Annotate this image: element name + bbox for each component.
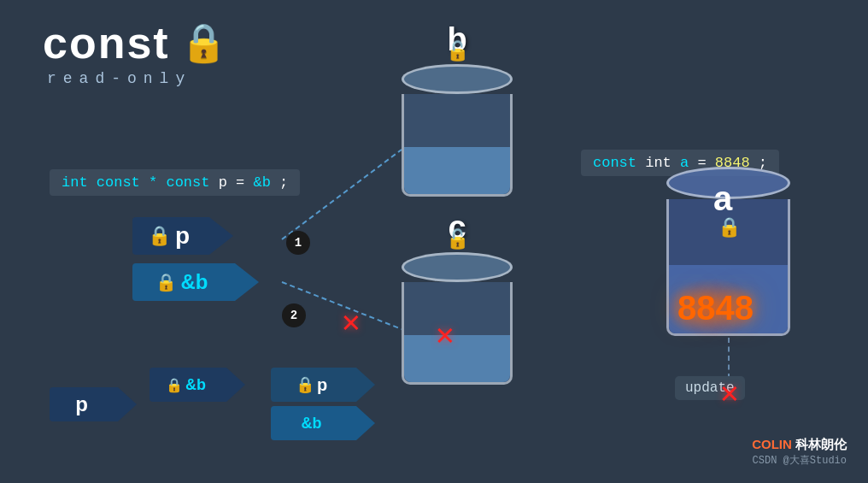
cylinder-b-fill (404, 147, 510, 194)
watermark-brand: COLIN 科林朗伦 (752, 437, 847, 453)
code-const1: const (97, 174, 149, 191)
code-const-right: const (593, 155, 645, 171)
bottom-arrow-addr-lock-label: &b (297, 415, 331, 433)
code-int: int (62, 174, 88, 191)
watermark: COLIN 科林朗伦 CSDN @大喜Studio (752, 437, 847, 468)
arrow-p-shape: 🔒 p (132, 217, 233, 255)
bottom-arrow-p-head (118, 387, 137, 421)
bottom-arrow-addr-group: 🔒&b (150, 368, 245, 440)
bottom-arrow-p-lock-body: 🔒p (271, 368, 356, 402)
bottom-arrow-addr-plain-head (226, 368, 245, 402)
bottom-arrow-p-lock-group: 🔒p &b (271, 368, 375, 440)
arrow-addr: 🔒 &b (132, 263, 259, 301)
svg-line-0 (282, 150, 402, 239)
cylinder-c-top (402, 252, 513, 282)
cylinder-c-fill (404, 335, 510, 382)
bottom-arrow-addr-lock: &b (271, 406, 375, 440)
arrow-p-head (209, 217, 233, 255)
page-title: const 🔒 (43, 17, 229, 68)
code-addr-b: &b (253, 174, 270, 191)
cylinder-a-label: a (713, 180, 732, 218)
code-star-const: * (149, 174, 166, 191)
arrow-addr-head (235, 263, 259, 301)
value-8848: 8848 (677, 289, 754, 327)
watermark-brand-colored: COLIN (752, 437, 795, 451)
code-const2: const (166, 174, 218, 191)
read-only-label: read-only (47, 70, 191, 87)
cylinder-c-lock: 🔓 (446, 228, 469, 251)
code-p: p (219, 174, 236, 191)
arrow-addr-label: 🔒 &b (151, 270, 217, 294)
cylinder-a-lock: 🔒 (718, 216, 741, 239)
bottom-arrow-p-lock: 🔒p (271, 368, 375, 402)
cylinder-c-body (402, 282, 513, 385)
bottom-arrow-p-label: p (71, 392, 97, 416)
number-1: 1 (286, 231, 310, 255)
arrow-p-label: 🔒 p (144, 222, 198, 250)
bottom-arrows: p 🔒&b 🔒p &b (50, 368, 375, 440)
arrow-addr-body: 🔒 &b (132, 263, 235, 301)
arrow-p-body: 🔒 p (132, 217, 209, 255)
lock-icon-title: 🔒 (180, 21, 229, 65)
code-box-main: int const * const p = &b ; (50, 169, 300, 196)
bottom-arrow-p-lock-head (356, 368, 375, 402)
bottom-arrow-addr-plain-label: 🔒&b (161, 376, 214, 394)
number-2: 2 (282, 303, 306, 327)
arrow-addr-shape: 🔒 &b (132, 263, 259, 301)
x-mark-update: ✕ (720, 374, 739, 412)
cylinder-b-lock: 🔓 (446, 40, 469, 63)
x-mark-cylinder-c: ✕ (436, 316, 455, 354)
bottom-arrow-addr-lock-head (356, 406, 375, 440)
watermark-brand-suffix: 科林朗伦 (795, 437, 847, 451)
bottom-arrow-addr-plain: 🔒&b (150, 368, 245, 402)
bottom-arrow-addr-lock-body: &b (271, 406, 356, 440)
cylinder-b: b 🔓 (402, 64, 513, 197)
cylinder-c: c 🔓 (402, 252, 513, 385)
bottom-arrow-p-body: p (50, 387, 118, 421)
cylinder-b-top (402, 64, 513, 94)
bottom-arrow-p: p (50, 368, 137, 440)
code-eq: = (236, 174, 253, 191)
bottom-arrow-addr-plain-body: 🔒&b (150, 368, 226, 402)
watermark-csdn: CSDN @大喜Studio (752, 453, 847, 468)
x-mark-arrow: ✕ (342, 303, 361, 341)
arrow-p: 🔒 p (132, 217, 233, 255)
cylinder-b-body (402, 94, 513, 197)
bottom-arrow-p-lock-label: 🔒p (291, 375, 336, 395)
vertical-connector (728, 338, 730, 379)
code-semi: ; (279, 174, 288, 191)
const-label: const (43, 17, 170, 68)
